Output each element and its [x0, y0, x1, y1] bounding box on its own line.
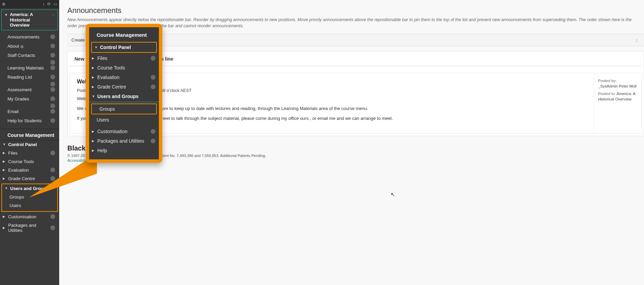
zoom-evaluation-label: Evaluation: [97, 75, 149, 80]
zoom-groups[interactable]: Groups: [92, 104, 156, 114]
control-panel-label: Control Panel: [8, 142, 55, 147]
zoom-heading: Course Management: [89, 27, 159, 41]
go-icon[interactable]: [151, 84, 155, 89]
zoom-files[interactable]: ▶ Files: [89, 53, 159, 63]
chevron-down-icon: ▼: [3, 143, 6, 146]
posted-by-value: _SysAdmin Peter Moll: [598, 84, 637, 88]
options-icon[interactable]: [50, 75, 55, 79]
zoom-help-label: Help: [97, 148, 155, 153]
course-title-box[interactable]: ▼ America: A Historical Overview ⌂: [1, 10, 58, 30]
sidebar-item-about[interactable]: About ▦: [0, 42, 59, 51]
options-icon[interactable]: [50, 65, 55, 70]
zoom-packages-label: Packages and Utilities: [97, 138, 149, 144]
zoom-users-label: Users: [97, 117, 155, 123]
chevron-right-icon: ▶: [92, 85, 95, 89]
zoom-packages[interactable]: ▶ Packages and Utilities: [89, 136, 159, 146]
chevron-right-icon: ▶: [92, 66, 95, 69]
chevron-right-icon: ▶: [3, 215, 6, 218]
chevron-down-icon: ▼: [95, 46, 98, 49]
control-panel[interactable]: ▼ Control Panel: [0, 140, 59, 149]
refresh-icon[interactable]: ⟳: [47, 2, 51, 6]
sidebar-item-label: Reading List: [7, 75, 32, 80]
sidebar-item-label: Assessment: [7, 87, 32, 92]
zoom-grade-centre[interactable]: ▶ Grade Centre: [89, 82, 159, 92]
sidebar-item-email[interactable]: Email: [0, 107, 59, 116]
sidebar-item-label: Learning Materials: [7, 65, 44, 70]
home-icon[interactable]: ⌂: [52, 12, 55, 17]
chevron-right-icon: ▶: [92, 76, 95, 79]
chevron-right-icon: ▶: [3, 177, 6, 180]
announcement-meta: Posted by: _SysAdmin Peter Moll Posted t…: [594, 73, 641, 133]
sidebar-divider: [0, 104, 59, 107]
chevron-down-icon: ▼: [5, 187, 8, 190]
go-icon[interactable]: [151, 139, 155, 143]
chevron-down-icon: ▼: [4, 13, 8, 17]
zoom-grade-centre-label: Grade Centre: [97, 84, 149, 90]
options-icon[interactable]: [50, 87, 55, 92]
chevron-right-icon: ▶: [3, 151, 6, 155]
zoom-control-panel[interactable]: ▼ Control Panel: [92, 43, 156, 52]
zoom-help[interactable]: ▶ Help: [89, 146, 159, 155]
zoom-customisation-label: Customisation: [97, 129, 149, 134]
options-icon[interactable]: [50, 109, 55, 114]
callout-connector: [29, 153, 111, 228]
chevron-right-icon: ▶: [92, 57, 95, 60]
chevron-right-icon: ▶: [3, 160, 6, 163]
content-icon: ▦: [20, 45, 23, 48]
reorder-icon[interactable]: ↕: [43, 2, 45, 6]
posted-by-label: Posted by:: [598, 79, 616, 83]
course-sidebar: ⊕ ↕ ⟳ ▭ ▼ America: A Historical Overview…: [0, 0, 59, 285]
options-icon[interactable]: [50, 118, 55, 123]
sidebar-item-announcements[interactable]: Announcements: [0, 32, 59, 42]
zoom-tools[interactable]: ▶ Course Tools: [89, 63, 159, 73]
options-icon[interactable]: [50, 53, 55, 58]
zoom-control-panel-label: Control Panel: [100, 45, 153, 50]
sidebar-item-reading[interactable]: Reading List: [0, 73, 59, 82]
sidebar-item-label: Announcements: [7, 34, 39, 39]
sidebar-divider: [0, 60, 59, 63]
go-icon[interactable]: [151, 75, 155, 80]
sidebar-item-grades[interactable]: My Grades: [0, 94, 59, 104]
sidebar-item-label: Staff Contacts: [7, 53, 35, 58]
folder-icon[interactable]: ▭: [53, 2, 57, 6]
zoom-customisation[interactable]: ▶ Customisation: [89, 127, 159, 136]
posted-to-label: Posted to:: [598, 92, 616, 96]
chevron-down-icon: ▼: [92, 95, 95, 98]
chevron-right-icon: ▶: [92, 130, 95, 133]
chevron-right-icon: ▶: [3, 226, 6, 229]
sidebar-item-label: My Grades: [7, 96, 29, 101]
sidebar-item-staff[interactable]: Staff Contacts: [0, 51, 59, 60]
zoom-files-label: Files: [97, 56, 149, 61]
zoom-users-and-groups[interactable]: ▼ Users and Groups: [89, 92, 159, 101]
options-icon[interactable]: [50, 44, 55, 48]
zoom-groups-label: Groups: [99, 106, 153, 112]
options-icon[interactable]: [50, 96, 55, 101]
chevron-right-icon: ▶: [92, 149, 95, 152]
zoom-callout: Course Management ▼ Control Panel ▶ File…: [86, 24, 162, 163]
sidebar-item-learning[interactable]: Learning Materials: [0, 63, 59, 73]
sidebar-item-label: Help for Students: [7, 118, 42, 123]
sidebar-divider: [0, 82, 59, 85]
page-title: Announcements: [67, 6, 644, 15]
sidebar-item-label: Email: [7, 109, 19, 114]
zoom-users[interactable]: Users: [89, 115, 159, 125]
sidebar-item-label: About: [7, 44, 19, 49]
zoom-users-and-groups-label: Users and Groups: [97, 94, 155, 99]
go-icon[interactable]: [151, 56, 155, 61]
add-menu-icon[interactable]: ⊕: [2, 2, 5, 6]
sidebar-item-help[interactable]: Help for Students: [0, 116, 59, 125]
options-icon[interactable]: [50, 34, 55, 39]
chevron-right-icon: ▶: [92, 139, 95, 143]
sidebar-toolbar: ⊕ ↕ ⟳ ▭: [0, 0, 59, 8]
reorder-icon[interactable]: ↕: [635, 37, 638, 43]
zoom-tools-label: Course Tools: [97, 65, 155, 70]
course-management-heading: Course Management: [0, 129, 59, 140]
zoom-evaluation[interactable]: ▶ Evaluation: [89, 73, 159, 82]
chevron-right-icon: ▶: [3, 168, 6, 172]
go-icon[interactable]: [151, 129, 155, 134]
zoom-highlight-groups: Groups: [91, 104, 157, 114]
teal-underline: [89, 102, 159, 102]
course-title: America: A Historical Overview: [10, 12, 50, 28]
zoom-highlight-control-panel: ▼ Control Panel: [91, 42, 157, 53]
sidebar-item-assessment[interactable]: Assessment: [0, 85, 59, 94]
